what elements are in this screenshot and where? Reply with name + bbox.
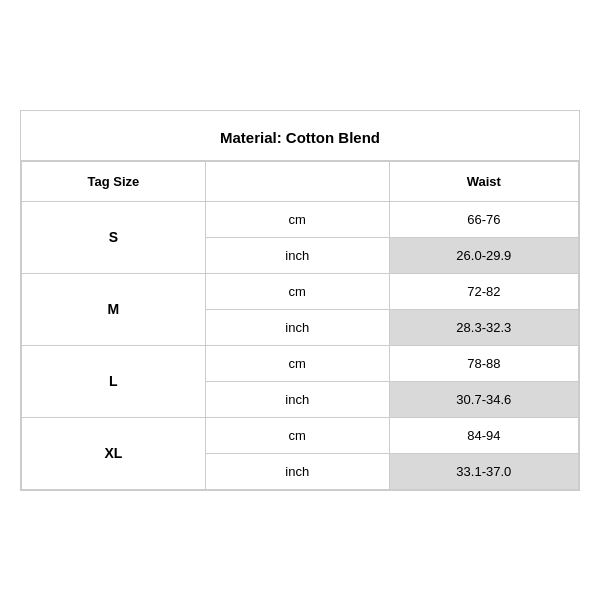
waist-value-cell: 84-94 [389,417,578,453]
waist-value-cell: 66-76 [389,201,578,237]
chart-title: Material: Cotton Blend [21,111,579,161]
table-row: XLcm84-94 [22,417,579,453]
header-tag-size: Tag Size [22,161,206,201]
waist-value-cell: 72-82 [389,273,578,309]
waist-value-cell: 30.7-34.6 [389,381,578,417]
waist-value-cell: 78-88 [389,345,578,381]
waist-value-cell: 28.3-32.3 [389,309,578,345]
table-row: Scm66-76 [22,201,579,237]
table-row: Mcm72-82 [22,273,579,309]
unit-cell: inch [205,309,389,345]
header-waist: Waist [389,161,578,201]
tag-size-cell: L [22,345,206,417]
unit-cell: cm [205,201,389,237]
tag-size-cell: S [22,201,206,273]
unit-cell: cm [205,273,389,309]
size-chart: Material: Cotton Blend Tag Size Waist Sc… [20,110,580,491]
unit-cell: inch [205,453,389,489]
unit-cell: inch [205,237,389,273]
unit-cell: inch [205,381,389,417]
tag-size-cell: XL [22,417,206,489]
tag-size-cell: M [22,273,206,345]
unit-cell: cm [205,345,389,381]
waist-value-cell: 33.1-37.0 [389,453,578,489]
table-header: Tag Size Waist [22,161,579,201]
size-table: Tag Size Waist Scm66-76inch26.0-29.9Mcm7… [21,161,579,490]
waist-value-cell: 26.0-29.9 [389,237,578,273]
header-unit [205,161,389,201]
unit-cell: cm [205,417,389,453]
table-row: Lcm78-88 [22,345,579,381]
